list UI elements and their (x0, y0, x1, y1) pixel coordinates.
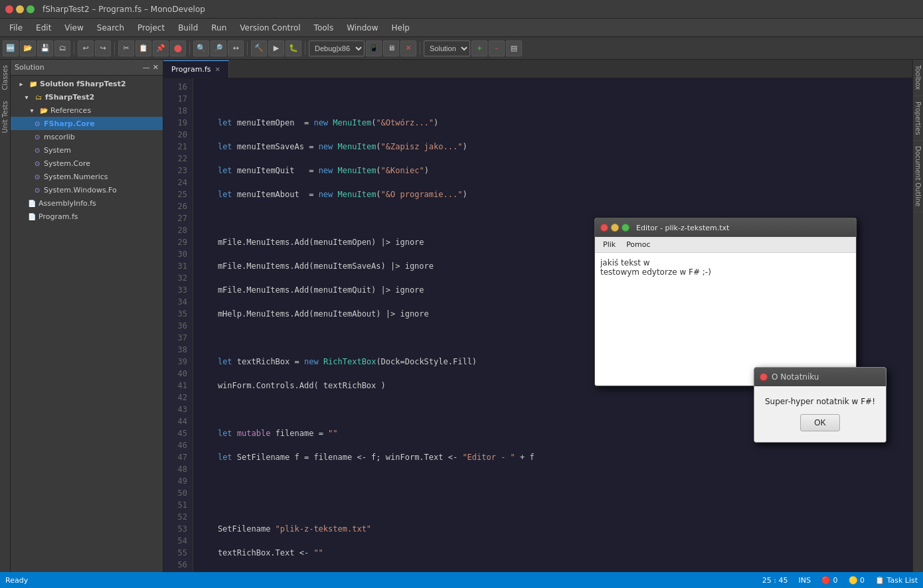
system-core-label: System.Core (44, 159, 90, 168)
tab-close-button[interactable]: ✕ (215, 66, 220, 73)
run-button[interactable]: ▶ (268, 40, 284, 56)
remove-button[interactable]: – (489, 40, 505, 56)
tree-system-windows[interactable]: ⊙ System.Windows.Fo (11, 183, 163, 196)
tree-solution[interactable]: ▸ 📁 Solution fSharpTest2 (11, 77, 163, 90)
system-numerics-label: System.Numerics (44, 173, 108, 181)
copy-button[interactable]: 📋 (135, 40, 151, 56)
menu-edit[interactable]: Edit (29, 21, 58, 35)
redo-button[interactable]: ↪ (95, 40, 111, 56)
title-bar: fSharpTest2 – Program.fs – MonoDevelop (0, 0, 923, 19)
solution-close-button[interactable]: ✕ (153, 63, 159, 72)
line-num-57: 57 (163, 571, 187, 572)
system-windows-label: System.Windows.Fo (44, 186, 117, 194)
system-core-ref-icon: ⊙ (32, 158, 42, 169)
new-button[interactable]: 🆕 (3, 40, 19, 56)
debug-button[interactable]: 🐛 (286, 40, 301, 56)
about-win-close[interactable] (760, 373, 768, 381)
editor-win-menu-pomoc[interactable]: Pomoc (621, 239, 655, 250)
save-all-button[interactable]: 🗂 (54, 40, 70, 56)
menu-help[interactable]: Help (384, 21, 416, 35)
tab-program-fs[interactable]: Program.fs ✕ (163, 60, 229, 78)
about-ok-button[interactable]: OK (800, 414, 840, 431)
line-num-50: 50 (163, 487, 187, 499)
undo-button[interactable]: ↩ (78, 40, 94, 56)
solution-combo[interactable]: Solution (424, 40, 470, 56)
menu-file[interactable]: File (3, 21, 29, 35)
line-num-18: 18 (163, 105, 187, 117)
tree-project[interactable]: ▾ 🗂 fSharpTest2 (11, 90, 163, 104)
about-window-title: O Notatniku (772, 372, 819, 382)
solution-expand-icon: ▸ (16, 78, 27, 89)
close-button[interactable] (5, 5, 13, 13)
tree-system-numerics[interactable]: ⊙ System.Numerics (11, 170, 163, 183)
menu-view[interactable]: View (58, 21, 90, 35)
menu-project[interactable]: Project (131, 21, 171, 35)
open-button[interactable]: 📂 (20, 40, 36, 56)
options-button[interactable]: ▤ (506, 40, 522, 56)
find-button[interactable]: 🔎 (210, 40, 226, 56)
line-num-42: 42 (163, 392, 187, 404)
tree-mscorlib[interactable]: ⊙ mscorlib (11, 130, 163, 143)
editor-tabs: Program.fs ✕ (163, 60, 912, 78)
tab-properties[interactable]: Properties (913, 96, 923, 141)
menu-tools[interactable]: Tools (307, 21, 341, 35)
solution-pin-button[interactable]: — (143, 63, 150, 72)
references-expand-icon: ▾ (27, 105, 37, 115)
line-num-29: 29 (163, 236, 187, 248)
menu-window[interactable]: Window (340, 21, 384, 35)
search-button[interactable]: 🔍 (193, 40, 209, 56)
tab-unit-tests[interactable]: Unit Tests (0, 96, 10, 138)
code-line-33 (199, 499, 907, 511)
project-label: fSharpTest2 (45, 93, 94, 102)
line-num-17: 17 (163, 93, 187, 105)
line-num-51: 51 (163, 499, 187, 511)
separator-3 (189, 42, 190, 55)
config-combo[interactable]: Debug|x86 (309, 40, 365, 56)
menu-build[interactable]: Build (171, 21, 205, 35)
tab-document-outline[interactable]: Document Outline (913, 141, 923, 212)
line-num-16: 16 (163, 81, 187, 93)
editor-win-minimize[interactable] (611, 224, 619, 232)
line-num-20: 20 (163, 129, 187, 141)
line-num-21: 21 (163, 141, 187, 153)
device2-button[interactable]: 🖥 (383, 40, 399, 56)
status-mode: INS (799, 576, 811, 585)
editor-win-maximize[interactable] (622, 224, 629, 232)
maximize-button[interactable] (27, 5, 35, 13)
minimize-button[interactable] (16, 5, 24, 13)
menu-run[interactable]: Run (205, 21, 233, 35)
replace-button[interactable]: ↔ (228, 40, 244, 56)
separator-6 (420, 42, 420, 55)
cut-button[interactable]: ✂ (118, 40, 134, 56)
code-line-18: let menuItemSaveAs = new MenuItem("&Zapi… (199, 141, 907, 153)
build-button[interactable]: 🔨 (251, 40, 267, 56)
tree-system-core[interactable]: ⊙ System.Core (11, 157, 163, 170)
editor-window-menubar: Plik Pomoc (595, 237, 856, 253)
tree-assemblyinfo[interactable]: 📄 AssemblyInfo.fs (11, 196, 163, 210)
add-button[interactable]: + (471, 40, 487, 56)
tree-program-fs[interactable]: 📄 Program.fs (11, 210, 163, 223)
line-num-27: 27 (163, 212, 187, 224)
device-button[interactable]: 📱 (366, 40, 382, 56)
stop-button[interactable]: ⬤ (170, 40, 186, 56)
paste-button[interactable]: 📌 (153, 40, 169, 56)
separator-5 (305, 42, 305, 55)
stop2-button[interactable]: ✕ (400, 40, 416, 56)
line-num-41: 41 (163, 380, 187, 392)
tree-fsharp-core[interactable]: ⊙ FSharp.Core (11, 117, 163, 130)
about-window: O Notatniku Super-hyper notatnik w F#! O… (754, 367, 886, 443)
project-expand-icon: ▾ (21, 92, 32, 102)
tree-references[interactable]: ▾ 📂 References (11, 104, 163, 117)
line-num-26: 26 (163, 200, 187, 212)
menu-version-control[interactable]: Version Control (233, 21, 307, 35)
editor-win-close[interactable] (600, 224, 608, 232)
task-list-button[interactable]: 📋 Task List (875, 576, 918, 585)
menu-search[interactable]: Search (90, 21, 131, 35)
save-button[interactable]: 💾 (37, 40, 53, 56)
status-right: 25 : 45 INS 🔴 0 🟡 0 📋 Task List (762, 576, 918, 585)
editor-win-menu-plik[interactable]: Plik (598, 239, 621, 250)
tab-classes[interactable]: Classes (0, 60, 10, 96)
tree-system[interactable]: ⊙ System (11, 143, 163, 157)
line-num-24: 24 (163, 177, 187, 188)
tab-toolbox[interactable]: Toolbox (913, 60, 923, 96)
